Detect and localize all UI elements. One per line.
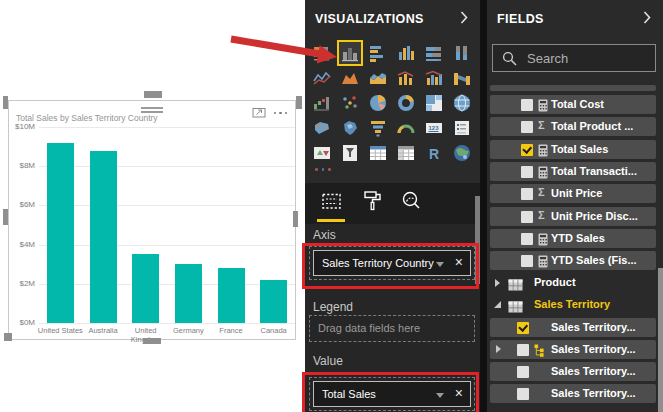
paint-roller-icon xyxy=(363,190,383,216)
field-item[interactable]: ΣTotal Product ... xyxy=(490,117,656,136)
area-chart-icon[interactable] xyxy=(339,67,361,89)
field-checkbox[interactable] xyxy=(521,99,533,111)
field-checkbox[interactable] xyxy=(521,255,533,267)
field-checkbox[interactable] xyxy=(521,188,533,200)
field-checkbox[interactable] xyxy=(521,233,533,245)
chart-bar[interactable] xyxy=(218,268,245,323)
stacked-bar-chart-icon[interactable] xyxy=(311,42,333,64)
scatter-chart-icon[interactable] xyxy=(339,92,361,114)
arcgis-map-icon[interactable] xyxy=(451,142,473,164)
field-item[interactable]: Total Transacti... xyxy=(490,162,656,181)
chart-visual[interactable]: Total Sales by Sales Territory Country $… xyxy=(8,100,296,340)
fields-scrollbar[interactable] xyxy=(658,268,663,412)
field-checkbox[interactable] xyxy=(517,344,529,356)
table-item[interactable]: Product xyxy=(490,274,656,292)
calculator-icon xyxy=(538,165,548,181)
hundred-percent-stacked-column-chart-icon[interactable] xyxy=(451,42,473,64)
field-checkbox[interactable] xyxy=(521,121,533,133)
donut-chart-icon[interactable] xyxy=(395,92,417,114)
resize-handle-bottom-left[interactable] xyxy=(4,333,12,341)
chart-plot-area: $10M$8M$6M$4M$2M$0MUnited StatesAustrali… xyxy=(9,101,297,341)
ribbon-chart-icon[interactable] xyxy=(451,67,473,89)
multi-row-card-icon[interactable] xyxy=(451,117,473,139)
field-item[interactable]: Total Sales xyxy=(490,140,656,159)
chart-bar[interactable] xyxy=(132,254,159,323)
slicer-icon[interactable] xyxy=(339,142,361,164)
collapse-icon[interactable] xyxy=(494,301,501,308)
field-search[interactable] xyxy=(492,44,656,72)
chart-bar[interactable] xyxy=(175,264,202,323)
value-field-chip[interactable]: Total Sales × xyxy=(313,381,471,407)
field-item[interactable]: Sales Territory... xyxy=(490,384,656,403)
resize-handle-top[interactable] xyxy=(144,91,162,98)
field-item[interactable]: Sales Territory... xyxy=(490,340,656,359)
line-chart-icon[interactable] xyxy=(311,67,333,89)
field-item[interactable]: ΣUnit Price Disc... xyxy=(490,207,656,226)
stacked-column-chart-icon[interactable] xyxy=(339,42,361,64)
map-icon[interactable] xyxy=(451,92,473,114)
field-checkbox[interactable] xyxy=(521,144,533,156)
table-icon[interactable] xyxy=(367,142,389,164)
value-field-well[interactable]: Total Sales × xyxy=(309,377,475,411)
r-script-visual-icon[interactable]: R xyxy=(423,142,445,164)
expand-icon[interactable] xyxy=(495,279,500,287)
expand-icon[interactable] xyxy=(496,345,501,353)
axis-field-chip[interactable]: Sales Territory Country × xyxy=(313,250,471,276)
clustered-bar-chart-icon[interactable] xyxy=(367,42,389,64)
legend-drop-zone[interactable]: Drag data fields here xyxy=(309,315,475,342)
field-checkbox[interactable] xyxy=(517,366,529,378)
waterfall-chart-icon[interactable] xyxy=(311,92,333,114)
resize-handle-right[interactable] xyxy=(293,211,298,227)
collapse-panel-icon[interactable] xyxy=(460,10,468,28)
gauge-icon[interactable] xyxy=(395,117,417,139)
collapse-panel-icon[interactable] xyxy=(643,10,651,28)
field-item[interactable]: ΣUnit Price xyxy=(490,184,656,203)
fields-tab[interactable] xyxy=(319,191,345,215)
field-checkbox[interactable] xyxy=(521,211,533,223)
svg-text:123: 123 xyxy=(429,125,440,131)
visualizations-panel: VISUALIZATIONS 123R xyxy=(305,0,480,412)
chevron-down-icon[interactable] xyxy=(436,393,444,398)
chart-bar[interactable] xyxy=(260,280,287,323)
field-item[interactable]: Sales Territory... xyxy=(490,362,656,381)
axis-field-well[interactable]: Sales Territory Country × xyxy=(309,246,475,280)
close-icon[interactable]: × xyxy=(455,385,463,401)
field-item[interactable]: YTD Sales xyxy=(490,229,656,248)
format-tab[interactable] xyxy=(360,191,386,215)
stacked-area-chart-icon[interactable] xyxy=(367,67,389,89)
field-checkbox[interactable] xyxy=(521,166,533,178)
gridline xyxy=(39,284,295,285)
field-item[interactable]: Sales Territory... xyxy=(490,318,656,337)
field-label: YTD Sales (Fis... xyxy=(551,254,637,266)
chart-bar[interactable] xyxy=(47,143,74,323)
line-and-clustered-column-chart-icon[interactable] xyxy=(423,67,445,89)
line-and-stacked-column-chart-icon[interactable] xyxy=(395,67,417,89)
kpi-icon[interactable] xyxy=(311,142,333,164)
matrix-icon[interactable] xyxy=(395,142,417,164)
filled-map-icon[interactable] xyxy=(311,117,333,139)
resize-handle-top-right[interactable] xyxy=(296,96,302,109)
chevron-down-icon[interactable] xyxy=(436,262,444,267)
card-icon[interactable]: 123 xyxy=(423,117,445,139)
resize-handle-top-left[interactable] xyxy=(3,96,8,109)
treemap-icon[interactable] xyxy=(423,92,445,114)
clustered-column-chart-icon[interactable] xyxy=(395,42,417,64)
pie-chart-icon[interactable] xyxy=(367,92,389,114)
search-input[interactable] xyxy=(493,45,655,71)
table-item[interactable]: Sales Territory xyxy=(490,296,656,314)
shape-map-icon[interactable] xyxy=(339,117,361,139)
close-icon[interactable]: × xyxy=(455,254,463,270)
chart-bar[interactable] xyxy=(90,151,117,324)
more-visuals-dots[interactable] xyxy=(315,168,331,171)
fields-panel: FIELDS Total CostΣTotal Product ...Total… xyxy=(487,0,663,412)
resize-handle-left[interactable] xyxy=(3,209,8,225)
analytics-tab[interactable] xyxy=(399,191,425,215)
field-checkbox[interactable] xyxy=(517,388,529,400)
field-item[interactable]: Total Cost xyxy=(490,95,656,114)
report-canvas[interactable]: Total Sales by Sales Territory Country $… xyxy=(0,0,305,412)
resize-handle-bottom[interactable] xyxy=(143,338,161,344)
field-item[interactable]: YTD Sales (Fis... xyxy=(490,251,656,270)
field-checkbox[interactable] xyxy=(517,322,529,334)
hundred-percent-stacked-bar-chart-icon[interactable] xyxy=(423,42,445,64)
funnel-icon[interactable] xyxy=(367,117,389,139)
